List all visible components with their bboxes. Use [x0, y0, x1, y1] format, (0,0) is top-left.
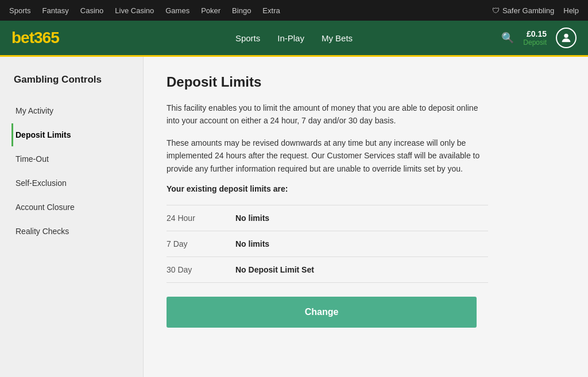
- main-header: bet365 Sports In-Play My Bets 🔍 £0.15 De…: [0, 21, 588, 55]
- description-1: This facility enables you to limit the a…: [167, 102, 488, 127]
- topnav-poker[interactable]: Poker: [201, 6, 220, 15]
- top-nav-left: Sports Fantasy Casino Live Casino Games …: [9, 6, 280, 15]
- limit-row-7day: 7 Day No limits: [167, 231, 488, 256]
- limits-heading: Your existing deposit limits are:: [167, 184, 565, 193]
- nav-mybets[interactable]: My Bets: [322, 33, 353, 43]
- description-2: These amounts may be revised downwards a…: [167, 137, 488, 175]
- limit-row-24h: 24 Hour No limits: [167, 205, 488, 231]
- limit-row-30day: 30 Day No Deposit Limit Set: [167, 256, 488, 283]
- limit-value-30day: No Deposit Limit Set: [235, 265, 314, 274]
- nav-sports[interactable]: Sports: [235, 33, 260, 43]
- topnav-casino[interactable]: Casino: [80, 6, 103, 15]
- limit-label-24h: 24 Hour: [167, 213, 235, 223]
- change-button[interactable]: Change: [167, 297, 477, 328]
- limit-value-24h: No limits: [235, 213, 269, 223]
- sidebar-item-reality-checks[interactable]: Reality Checks: [11, 220, 143, 243]
- sidebar: Gambling Controls My Activity Deposit Li…: [0, 57, 144, 377]
- limit-label-30day: 30 Day: [167, 265, 235, 274]
- page-title: Deposit Limits: [167, 74, 565, 90]
- safer-gambling-link[interactable]: 🛡 Safer Gambling: [492, 6, 554, 15]
- top-nav-right: 🛡 Safer Gambling Help: [492, 6, 579, 15]
- balance: £0.15: [527, 29, 547, 38]
- nav-inplay[interactable]: In-Play: [277, 33, 304, 43]
- help-link[interactable]: Help: [563, 6, 579, 15]
- main-nav: Sports In-Play My Bets: [235, 33, 353, 43]
- main-content: Deposit Limits This facility enables you…: [144, 57, 588, 377]
- topnav-sports[interactable]: Sports: [9, 6, 31, 15]
- logo[interactable]: bet365: [11, 29, 59, 47]
- header-right: 🔍 £0.15 Deposit: [501, 28, 577, 48]
- topnav-games[interactable]: Games: [165, 6, 189, 15]
- sidebar-item-my-activity[interactable]: My Activity: [11, 99, 143, 122]
- shield-icon: 🛡: [492, 6, 500, 15]
- limit-value-7day: No limits: [235, 239, 269, 248]
- top-nav: Sports Fantasy Casino Live Casino Games …: [0, 0, 588, 21]
- topnav-fantasy[interactable]: Fantasy: [42, 6, 69, 15]
- logo-365: 365: [34, 29, 59, 46]
- sidebar-item-account-closure[interactable]: Account Closure: [11, 196, 143, 219]
- sidebar-item-self-exclusion[interactable]: Self-Exclusion: [11, 172, 143, 195]
- search-button[interactable]: 🔍: [501, 32, 514, 44]
- topnav-extra[interactable]: Extra: [262, 6, 280, 15]
- topnav-live-casino[interactable]: Live Casino: [115, 6, 154, 15]
- account-info[interactable]: £0.15 Deposit: [523, 29, 547, 46]
- sidebar-item-deposit-limits[interactable]: Deposit Limits: [11, 123, 143, 146]
- svg-point-0: [564, 34, 568, 38]
- sidebar-title: Gambling Controls: [11, 74, 143, 85]
- topnav-bingo[interactable]: Bingo: [232, 6, 251, 15]
- logo-bet: bet: [11, 29, 34, 46]
- sidebar-item-time-out[interactable]: Time-Out: [11, 147, 143, 170]
- limit-label-7day: 7 Day: [167, 239, 235, 248]
- content-area: Gambling Controls My Activity Deposit Li…: [0, 57, 588, 377]
- deposit-link[interactable]: Deposit: [523, 38, 547, 46]
- user-avatar[interactable]: [556, 28, 577, 48]
